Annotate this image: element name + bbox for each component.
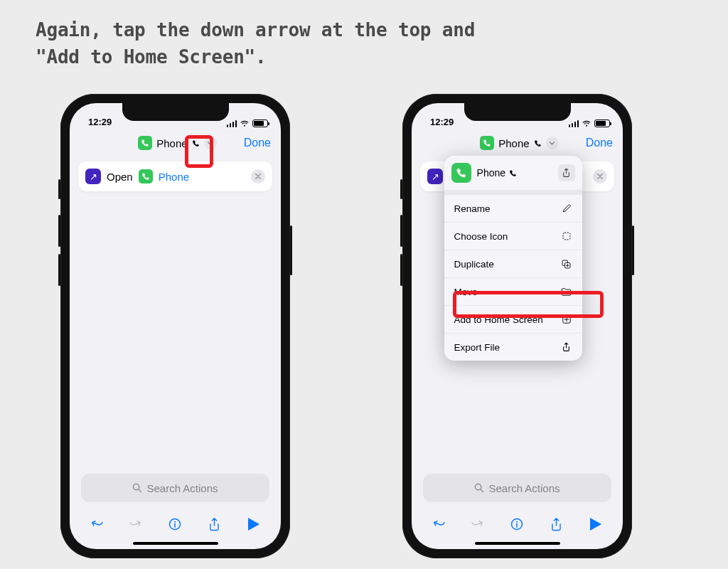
popover-title: Phone [477,167,505,179]
phone-notch [122,103,229,121]
search-placeholder: Search Actions [146,482,218,494]
svg-point-0 [134,484,139,489]
svg-point-2 [174,521,176,523]
run-button[interactable] [243,514,264,535]
redo-button [125,514,146,535]
chevron-down-icon [549,140,555,147]
phone-app-icon [480,136,494,150]
info-button[interactable] [164,514,186,535]
shortcut-navbar: Phone Done [412,129,623,157]
handset-icon [509,169,517,177]
close-icon [255,174,261,179]
undo-button[interactable] [86,514,107,535]
menu-duplicate[interactable]: Duplicate [444,250,582,277]
undo-button[interactable] [428,514,449,535]
signal-icon [569,120,579,127]
svg-rect-3 [563,233,570,240]
popover-share-button[interactable] [558,164,575,181]
remove-action-button[interactable] [251,169,265,184]
redo-icon [129,517,143,531]
open-app-action-row[interactable]: ↗ Open Phone [78,161,272,191]
share-icon [208,517,221,532]
svg-point-7 [476,484,481,489]
done-button[interactable]: Done [244,137,271,149]
svg-point-9 [516,521,518,523]
search-placeholder: Search Actions [488,482,560,494]
pencil-icon [561,203,572,214]
menu-export-file[interactable]: Export File [444,333,582,361]
info-icon [510,517,524,531]
shortcut-navbar: Phone Done [70,129,281,157]
wifi-icon [582,120,592,127]
arrow-up-right-icon: ↗ [432,171,439,182]
share-icon [550,517,563,532]
shortcut-title: Phone [156,137,187,149]
instruction-line-2: "Add to Home Screen". [36,44,475,71]
share-button[interactable] [546,514,567,535]
shortcut-title: Phone [498,137,529,149]
battery-icon [252,119,268,127]
undo-icon [432,517,446,531]
share-icon [561,341,572,353]
duplicate-icon [561,258,572,270]
home-indicator[interactable] [133,542,218,545]
info-button[interactable] [506,514,528,535]
instruction-line-1: Again, tap the down arrow at the top and [36,17,475,44]
play-icon [248,518,259,531]
search-actions-field[interactable]: Search Actions [423,474,611,502]
status-time: 12:29 [82,117,112,127]
search-icon [474,483,484,493]
open-action-icon: ↗ [85,169,101,184]
handset-icon [534,139,542,147]
title-dropdown-button[interactable] [546,137,559,149]
share-button[interactable] [204,514,225,535]
editor-toolbar [70,508,281,541]
done-button[interactable]: Done [586,137,613,149]
menu-rename[interactable]: Rename [444,194,582,222]
instruction-text: Again, tap the down arrow at the top and… [36,17,475,70]
phone-notch [464,103,571,121]
search-icon [132,483,142,493]
phone-app-icon [451,163,471,183]
signal-icon [227,120,237,127]
search-actions-field[interactable]: Search Actions [81,474,269,502]
menu-export-label: Export File [454,342,500,353]
home-indicator[interactable] [475,542,560,545]
phone-app-icon [139,169,153,184]
dashed-square-icon [561,230,572,242]
menu-duplicate-label: Duplicate [454,259,494,270]
highlight-chevron [185,135,213,168]
highlight-add-to-home [453,291,604,318]
menu-choose-icon[interactable]: Choose Icon [444,222,582,250]
menu-rename-label: Rename [454,203,491,214]
shortcut-options-popover: Phone Rename Choose Icon Duplicate [444,156,582,361]
phone-app-icon [138,136,152,150]
status-time: 12:29 [424,117,454,127]
open-app-name[interactable]: Phone [159,171,189,183]
share-icon [562,168,571,178]
menu-choose-icon-label: Choose Icon [454,231,508,242]
phone-mockup-right: 12:29 Phone Done ↗ [402,94,632,558]
undo-icon [90,517,104,531]
redo-button [467,514,488,535]
arrow-up-right-icon: ↗ [90,171,97,182]
close-icon [597,174,603,179]
phone-mockup-left: 12:29 Phone Done ↗ [60,94,290,558]
editor-toolbar [412,508,623,541]
run-button[interactable] [585,514,606,535]
open-label: Open [107,171,133,183]
wifi-icon [240,120,250,127]
redo-icon [471,517,485,531]
info-icon [168,517,182,531]
remove-action-button[interactable] [593,169,607,184]
battery-icon [594,119,610,127]
open-action-icon: ↗ [427,169,443,184]
play-icon [590,518,601,531]
